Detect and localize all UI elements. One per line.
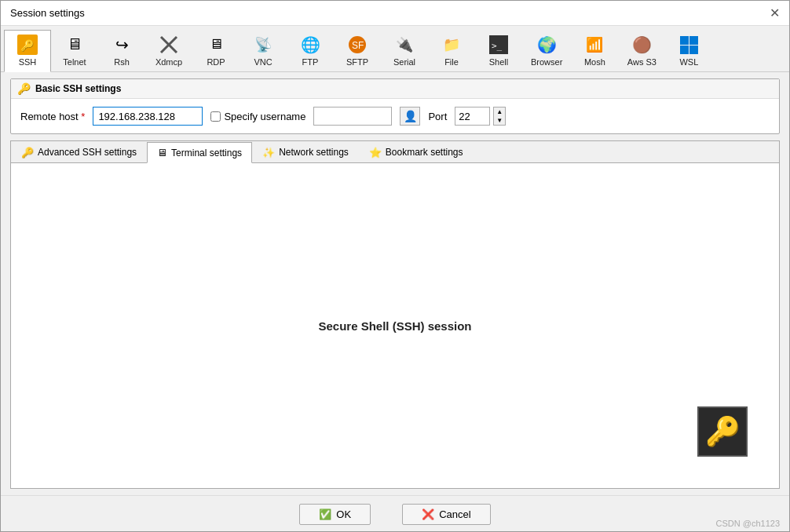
protocol-rsh[interactable]: ↪ Rsh [98, 29, 145, 71]
svg-rect-11 [689, 46, 698, 54]
footer: ✅ OK ❌ Cancel CSDN @ch1123 [1, 495, 789, 531]
specify-username-checkbox[interactable] [210, 111, 221, 122]
title-bar: Session settings ✕ [1, 1, 789, 26]
tab-network-label: Network settings [279, 147, 349, 158]
ok-button[interactable]: ✅ OK [299, 504, 371, 525]
protocol-ssh-label: SSH [19, 57, 37, 67]
svg-text:🔑: 🔑 [20, 39, 35, 53]
protocol-xdmcp-label: Xdmcp [155, 57, 182, 67]
port-up-button[interactable]: ▲ [494, 107, 505, 116]
tabs-container: 🔑 Advanced SSH settings 🖥 Terminal setti… [10, 140, 780, 489]
protocol-ssh[interactable]: 🔑 SSH [4, 30, 51, 72]
vnc-icon: 📡 [252, 34, 274, 56]
ok-icon: ✅ [319, 508, 331, 520]
specify-username-checkbox-label[interactable]: Specify username [210, 111, 305, 122]
protocol-serial[interactable]: 🔌 Serial [381, 29, 428, 71]
port-input[interactable] [455, 107, 490, 126]
protocol-wsl[interactable]: WSL [665, 29, 712, 71]
protocol-awss3-label: Aws S3 [627, 57, 657, 67]
tab-network[interactable]: ✨ Network settings [252, 141, 359, 162]
protocol-telnet[interactable]: 🖥 Telnet [51, 29, 98, 71]
svg-rect-9 [689, 36, 698, 45]
tab-bookmark[interactable]: ⭐ Bookmark settings [359, 141, 474, 162]
ok-label: OK [336, 508, 351, 520]
tab-terminal-label: Terminal settings [171, 148, 242, 159]
protocol-awss3[interactable]: 🟤 Aws S3 [618, 29, 665, 71]
protocol-mosh[interactable]: 📶 Mosh [571, 29, 618, 71]
remote-host-input[interactable] [93, 107, 203, 126]
protocol-rdp-label: RDP [207, 57, 225, 67]
protocol-bar: 🔑 SSH 🖥 Telnet ↪ Rsh Xdmcp 🖥 RDP [1, 26, 789, 72]
svg-rect-8 [680, 36, 689, 45]
cancel-icon: ❌ [422, 508, 434, 520]
protocol-browser[interactable]: 🌍 Browser [522, 29, 571, 71]
tab-content-area: Secure Shell (SSH) session 🔑 [11, 163, 779, 488]
username-input[interactable] [313, 107, 392, 126]
ftp-icon: 🌐 [299, 34, 321, 56]
session-settings-window: Session settings ✕ 🔑 SSH 🖥 Telnet ↪ Rsh [0, 0, 790, 532]
cancel-button[interactable]: ❌ Cancel [402, 504, 490, 525]
protocol-file-label: File [444, 57, 459, 67]
protocol-ftp-label: FTP [302, 57, 319, 67]
tab-advanced-ssh-label: Advanced SSH settings [38, 147, 137, 158]
user-browse-icon: 👤 [404, 110, 417, 122]
protocol-shell-label: Shell [489, 57, 508, 67]
wsl-icon [678, 34, 700, 56]
key-icon-box: 🔑 [697, 406, 748, 457]
protocol-mosh-label: Mosh [584, 57, 605, 67]
section-icon: 🔑 [17, 82, 31, 95]
main-content: 🔑 Basic SSH settings Remote host * Speci… [1, 72, 789, 495]
svg-text:SF: SF [352, 40, 364, 51]
svg-rect-10 [680, 46, 689, 54]
tab-bar: 🔑 Advanced SSH settings 🖥 Terminal setti… [11, 141, 779, 163]
rdp-icon: 🖥 [205, 34, 227, 56]
serial-icon: 🔌 [393, 34, 415, 56]
protocol-file[interactable]: 📁 File [428, 29, 475, 71]
section-title: 🔑 Basic SSH settings [11, 79, 779, 99]
remote-host-label: Remote host * [20, 111, 85, 122]
tab-bookmark-label: Bookmark settings [386, 147, 463, 158]
telnet-icon: 🖥 [64, 34, 86, 56]
rsh-icon: ↪ [111, 34, 133, 56]
protocol-telnet-label: Telnet [63, 57, 86, 67]
svg-text:>_: >_ [492, 41, 503, 51]
key-icon: 🔑 [705, 415, 741, 448]
ssh-description: Secure Shell (SSH) session [318, 319, 471, 333]
tab-advanced-ssh-icon: 🔑 [21, 147, 34, 159]
tab-bookmark-icon: ⭐ [369, 147, 382, 159]
port-spin-buttons: ▲ ▼ [493, 107, 506, 126]
xdmcp-icon [158, 34, 180, 56]
user-browse-button[interactable]: 👤 [400, 107, 420, 126]
basic-settings-body: Remote host * Specify username 👤 Port [11, 99, 779, 133]
protocol-shell[interactable]: >_ Shell [475, 29, 522, 71]
port-group: ▲ ▼ [455, 107, 506, 126]
close-button[interactable]: ✕ [770, 7, 780, 20]
protocol-serial-label: Serial [393, 57, 415, 67]
tab-terminal-icon: 🖥 [157, 147, 167, 159]
cancel-label: Cancel [439, 508, 470, 520]
tab-network-icon: ✨ [262, 147, 275, 159]
port-label: Port [428, 111, 447, 122]
protocol-xdmcp[interactable]: Xdmcp [145, 29, 192, 71]
protocol-rdp[interactable]: 🖥 RDP [192, 29, 240, 71]
port-down-button[interactable]: ▼ [494, 116, 505, 125]
file-icon: 📁 [441, 34, 463, 56]
sftp-icon: SF [346, 34, 368, 56]
section-title-label: Basic SSH settings [35, 83, 121, 94]
protocol-vnc[interactable]: 📡 VNC [240, 29, 287, 71]
tab-advanced-ssh[interactable]: 🔑 Advanced SSH settings [11, 141, 147, 162]
protocol-browser-label: Browser [531, 57, 562, 67]
shell-icon: >_ [488, 34, 510, 56]
protocol-wsl-label: WSL [679, 57, 698, 67]
ssh-icon: 🔑 [16, 34, 38, 56]
window-title: Session settings [10, 7, 85, 19]
tab-terminal[interactable]: 🖥 Terminal settings [147, 142, 252, 163]
mosh-icon: 📶 [583, 34, 605, 56]
specify-username-label: Specify username [224, 111, 305, 122]
basic-ssh-settings-box: 🔑 Basic SSH settings Remote host * Speci… [10, 78, 780, 134]
protocol-ftp[interactable]: 🌐 FTP [287, 29, 334, 71]
protocol-sftp[interactable]: SF SFTP [334, 29, 381, 71]
browser-icon: 🌍 [536, 34, 558, 56]
watermark: CSDN @ch1123 [716, 519, 780, 528]
protocol-rsh-label: Rsh [114, 57, 130, 67]
